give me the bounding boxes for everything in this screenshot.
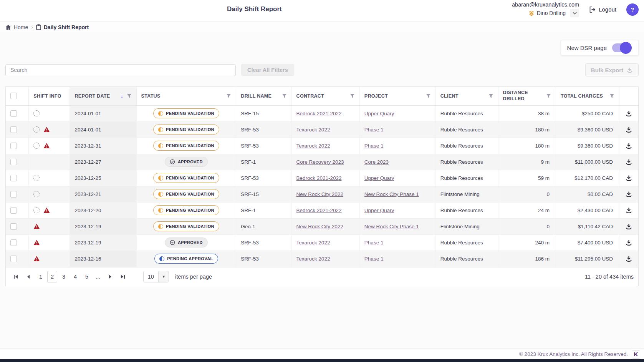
filter-icon[interactable] <box>546 93 551 98</box>
download-row-button[interactable] <box>626 223 632 230</box>
project-link[interactable]: Upper Quary <box>364 111 394 116</box>
first-page-button[interactable] <box>10 271 21 282</box>
contract-link[interactable]: Texarock 2022 <box>296 127 330 133</box>
distance-cell: 24 m <box>498 202 556 218</box>
filter-icon[interactable] <box>226 93 231 98</box>
drill-name-cell: SRF-15 <box>236 186 291 202</box>
column-header-status[interactable]: STATUS <box>136 87 236 105</box>
download-icon <box>626 143 632 149</box>
download-row-button[interactable] <box>626 143 632 149</box>
project-link[interactable]: Upper Quary <box>364 208 394 213</box>
client-cell: Rubble Resources <box>435 202 498 218</box>
page-button-5[interactable]: 5 <box>82 271 92 282</box>
page-size-select[interactable]: 10 ▼ <box>143 271 169 282</box>
page-button-1[interactable]: 1 <box>36 271 46 282</box>
client-cell: Rubble Resources <box>435 234 498 251</box>
contract-link[interactable]: Bedrock 2021-2022 <box>296 111 342 116</box>
warning-icon <box>33 223 40 229</box>
logout-button[interactable]: Logout <box>587 6 619 13</box>
contract-link[interactable]: Texarock 2022 <box>296 240 330 246</box>
page-button-4[interactable]: 4 <box>70 271 80 282</box>
project-link[interactable]: Phase 1 <box>364 127 384 133</box>
company-dropdown-button[interactable] <box>570 9 579 17</box>
report-date-cell: 2023-12-31 <box>70 138 136 154</box>
filter-icon[interactable] <box>609 93 614 98</box>
search-input[interactable] <box>5 64 236 76</box>
last-page-button[interactable] <box>117 271 128 282</box>
status-badge: APPROVED <box>165 237 208 247</box>
page-ellipsis[interactable]: ... <box>93 274 103 280</box>
download-row-button[interactable] <box>626 126 632 133</box>
select-all-checkbox[interactable] <box>10 93 17 99</box>
column-header-shift-info: SHIFT INFO <box>29 87 70 105</box>
filter-icon[interactable] <box>282 93 287 98</box>
page-button-3[interactable]: 3 <box>59 271 69 282</box>
prev-page-button[interactable] <box>23 271 33 282</box>
column-header-total-charges[interactable]: TOTAL CHARGES <box>556 87 619 105</box>
new-dsr-toggle[interactable] <box>612 43 630 52</box>
download-row-button[interactable] <box>626 191 632 198</box>
next-page-button[interactable] <box>105 271 116 282</box>
column-header-project[interactable]: PROJECT <box>359 87 435 105</box>
warning-icon <box>43 143 50 149</box>
help-button[interactable]: ? <box>626 3 639 16</box>
project-link[interactable]: Core 2023 <box>364 159 389 165</box>
project-link[interactable]: New Rock City Phase 1 <box>364 224 419 229</box>
download-row-button[interactable] <box>626 207 632 214</box>
row-checkbox[interactable] <box>10 223 17 230</box>
page-button-2[interactable]: 2 <box>47 271 57 282</box>
clear-all-filters-button[interactable]: Clear All Filters <box>241 64 294 76</box>
report-date-cell: 2023-12-27 <box>70 154 136 170</box>
total-charges-cell: $2,430.00 CAD <box>556 202 619 218</box>
column-header-actions <box>619 87 638 105</box>
row-checkbox[interactable] <box>10 110 17 117</box>
column-header-contract[interactable]: CONTRACT <box>291 87 359 105</box>
project-link[interactable]: Phase 1 <box>364 240 384 246</box>
column-header-drill-name[interactable]: DRILL NAME <box>236 87 291 105</box>
row-checkbox[interactable] <box>10 159 17 165</box>
download-row-button[interactable] <box>626 159 632 165</box>
row-checkbox[interactable] <box>10 143 17 149</box>
download-row-button[interactable] <box>626 175 632 181</box>
download-row-button[interactable] <box>626 256 632 262</box>
contract-link[interactable]: Bedrock 2021-2022 <box>296 175 342 181</box>
pagination-bar: 12345... 10 ▼ items per page 11 - 20 of … <box>6 267 638 286</box>
breadcrumb-home[interactable]: Home <box>5 24 28 30</box>
status-badge: PENDING VALIDATION <box>153 173 219 183</box>
contract-link[interactable]: Core Recovery 2023 <box>296 159 344 165</box>
project-link[interactable]: Phase 1 <box>364 143 384 149</box>
download-row-button[interactable] <box>626 110 632 117</box>
filter-icon[interactable] <box>350 93 355 98</box>
contract-link[interactable]: New Rock City 2022 <box>296 191 343 197</box>
contract-link[interactable]: Texarock 2022 <box>296 256 330 262</box>
column-header-distance-drilled[interactable]: DISTANCE DRILLED <box>498 87 556 105</box>
distance-cell: 38 m <box>498 105 556 121</box>
bulk-export-button[interactable]: Bulk Export <box>585 63 639 76</box>
row-checkbox[interactable] <box>10 175 17 181</box>
contract-link[interactable]: New Rock City 2022 <box>296 224 343 229</box>
filter-icon[interactable] <box>426 93 431 98</box>
filter-icon[interactable] <box>127 93 132 98</box>
user-email: abaran@kruxanalytics.com <box>512 2 579 8</box>
contract-link[interactable]: Bedrock 2021-2022 <box>296 208 342 213</box>
contract-link[interactable]: Texarock 2022 <box>296 143 330 149</box>
table-row: 2023-12-27APPROVEDSRF-1Core Recovery 202… <box>6 154 638 170</box>
chevron-right-icon: › <box>31 24 33 30</box>
status-badge: PENDING VALIDATION <box>153 189 219 199</box>
client-cell: Rubble Resources <box>435 251 498 267</box>
row-checkbox[interactable] <box>10 239 17 246</box>
distance-cell: 180 m <box>498 121 556 138</box>
project-link[interactable]: New Rock City Phase 1 <box>364 191 419 197</box>
row-checkbox[interactable] <box>10 126 17 133</box>
project-link[interactable]: Upper Quary <box>364 175 394 181</box>
row-checkbox[interactable] <box>10 256 17 262</box>
row-checkbox[interactable] <box>10 191 17 198</box>
company-selector[interactable]: Dino Drilling <box>529 9 579 17</box>
column-header-client[interactable]: CLIENT <box>435 87 498 105</box>
download-row-button[interactable] <box>626 239 632 246</box>
filter-icon[interactable] <box>488 93 493 98</box>
logout-label: Logout <box>599 6 616 13</box>
column-header-report-date[interactable]: REPORT DATE ↓ <box>70 87 136 105</box>
row-checkbox[interactable] <box>10 207 17 214</box>
project-link[interactable]: Phase 1 <box>364 256 384 262</box>
